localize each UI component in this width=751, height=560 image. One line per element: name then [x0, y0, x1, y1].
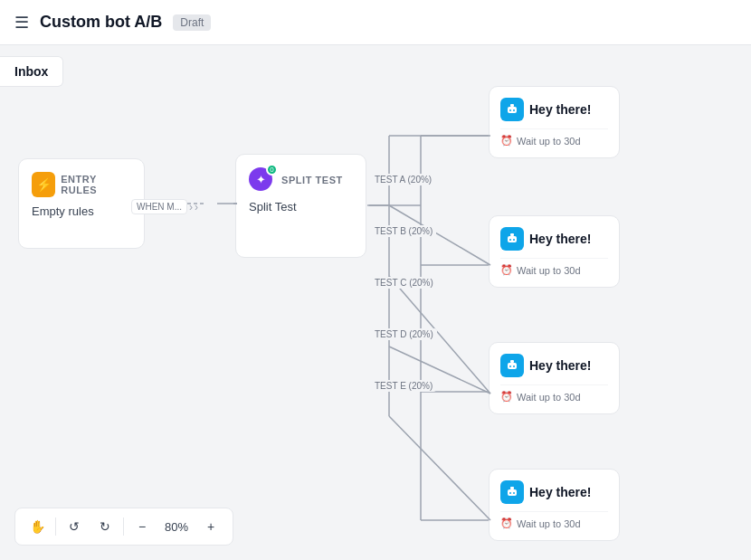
msg-card-1-header: Hey there! — [500, 98, 608, 121]
inbox-button[interactable]: Inbox — [0, 56, 63, 87]
msg-card-2-wait: Wait up to 30d — [517, 265, 581, 276]
bot-icon-4 — [500, 480, 524, 504]
undo-button[interactable]: ↺ — [62, 514, 87, 539]
toolbar-separator-1 — [55, 517, 56, 536]
svg-rect-29 — [510, 360, 514, 363]
msg-card-3-title: Hey there! — [529, 358, 591, 373]
msg-card-1-footer: ⏰ Wait up to 30d — [500, 128, 608, 147]
svg-point-26 — [509, 239, 511, 241]
clock-icon-3: ⏰ — [500, 391, 513, 403]
message-card-4[interactable]: Hey there! ⏰ Wait up to 30d — [489, 469, 620, 541]
svg-rect-33 — [510, 487, 514, 489]
svg-line-10 — [389, 416, 490, 520]
clock-icon-4: ⏰ — [500, 517, 513, 529]
clock-icon-2: ⏰ — [500, 264, 513, 276]
canvas: ⚡ ENTRY RULES Empty rules WHEN M... › › … — [0, 45, 751, 560]
svg-point-31 — [513, 365, 515, 367]
message-card-1[interactable]: Hey there! ⏰ Wait up to 30d — [489, 86, 620, 158]
test-a-label: TEST A (20%) — [371, 174, 435, 185]
svg-point-34 — [509, 492, 511, 494]
split-icon-wrap: ✦ 0 — [249, 167, 276, 193]
msg-card-3-wait: Wait up to 30d — [517, 392, 581, 403]
split-node-subtitle: Split Test — [249, 200, 353, 214]
zoom-out-button[interactable]: − — [129, 514, 155, 539]
header: ☰ Custom bot A/B Draft — [0, 0, 751, 45]
test-c-label: TEST C (20%) — [371, 277, 437, 289]
svg-rect-24 — [508, 236, 517, 242]
msg-card-2-title: Hey there! — [529, 232, 591, 246]
svg-point-30 — [509, 365, 511, 367]
msg-card-1-wait: Wait up to 30d — [517, 136, 581, 147]
entry-node-subtitle: Empty rules — [32, 204, 131, 218]
entry-icon: ⚡ — [32, 172, 55, 197]
test-d-label: TEST D (20%) — [371, 328, 437, 340]
svg-rect-20 — [508, 107, 517, 113]
msg-card-4-wait: Wait up to 30d — [517, 518, 581, 529]
hand-tool-button[interactable]: ✋ — [24, 514, 50, 539]
when-label: WHEN M... — [131, 199, 187, 214]
svg-point-35 — [513, 492, 515, 494]
split-node-title: SPLIT TEST — [281, 175, 343, 185]
when-connector: WHEN M... › › — [131, 199, 198, 214]
split-node-header: ✦ 0 SPLIT TEST — [249, 167, 353, 193]
svg-rect-25 — [510, 233, 514, 236]
entry-node-title: ENTRY RULES — [61, 174, 131, 195]
entry-rules-node[interactable]: ⚡ ENTRY RULES Empty rules — [18, 158, 145, 249]
msg-card-2-footer: ⏰ Wait up to 30d — [500, 258, 608, 276]
entry-node-header: ⚡ ENTRY RULES — [32, 172, 131, 197]
split-badge: 0 — [266, 164, 278, 176]
msg-card-2-header: Hey there! — [500, 227, 608, 251]
draft-badge: Draft — [173, 14, 211, 31]
split-test-node[interactable]: ✦ 0 SPLIT TEST Split Test — [235, 154, 366, 258]
test-e-label: TEST E (20%) — [371, 380, 436, 392]
msg-card-4-header: Hey there! — [500, 480, 608, 504]
svg-rect-32 — [508, 489, 517, 496]
arrow-icon-2: › — [195, 201, 198, 214]
message-card-3[interactable]: Hey there! ⏰ Wait up to 30d — [489, 342, 620, 414]
clock-icon-1: ⏰ — [500, 135, 513, 147]
zoom-in-button[interactable]: + — [198, 514, 223, 539]
svg-rect-21 — [510, 104, 514, 107]
msg-card-4-footer: ⏰ Wait up to 30d — [500, 511, 608, 529]
test-b-label: TEST B (20%) — [371, 225, 436, 237]
arrow-icon-1: › — [189, 201, 193, 214]
msg-card-1-title: Hey there! — [529, 102, 591, 117]
svg-rect-28 — [508, 363, 517, 369]
msg-card-3-footer: ⏰ Wait up to 30d — [500, 384, 608, 403]
page-title: Custom bot A/B — [40, 13, 162, 32]
msg-card-4-title: Hey there! — [529, 485, 591, 499]
svg-point-22 — [509, 109, 511, 111]
svg-point-27 — [513, 239, 515, 241]
svg-point-23 — [513, 109, 515, 111]
toolbar-separator-2 — [123, 517, 124, 536]
menu-icon[interactable]: ☰ — [14, 13, 29, 33]
msg-card-3-header: Hey there! — [500, 354, 608, 377]
bot-icon-1 — [500, 98, 524, 121]
zoom-level: 80% — [160, 520, 193, 534]
bot-icon-2 — [500, 227, 524, 251]
toolbar-bottom: ✋ ↺ ↻ − 80% + — [14, 508, 233, 546]
redo-button[interactable]: ↻ — [92, 514, 118, 539]
test-labels: TEST A (20%) TEST B (20%) TEST C (20%) T… — [371, 154, 437, 412]
message-card-2[interactable]: Hey there! ⏰ Wait up to 30d — [489, 215, 620, 288]
bot-icon-3 — [500, 354, 524, 377]
